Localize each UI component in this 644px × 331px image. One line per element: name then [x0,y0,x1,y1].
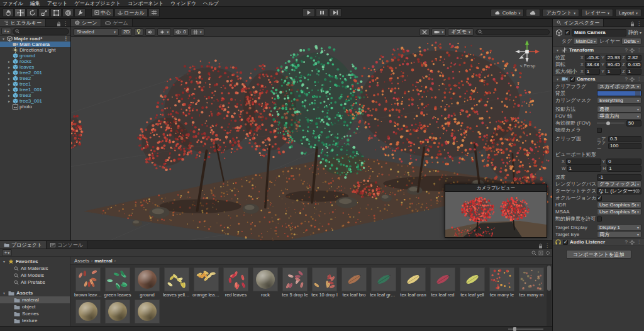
camera-component-header[interactable]: ▾ Camera ?⋮ [553,75,644,83]
asset-item-tex-leaf-yell[interactable]: tex leaf yell [458,267,486,298]
rotation-x-field[interactable]: 38.486 [585,62,600,68]
folder-item-scenes[interactable]: Scenes [0,310,70,317]
add-component-button[interactable]: コンポーネントを追加 [566,250,631,259]
rotate-tool-button[interactable] [26,8,38,17]
menu-item[interactable]: アセット [47,0,68,7]
projection-dropdown[interactable]: 透視▾ [597,106,641,113]
target-eye-dropdown[interactable]: 両方▾ [597,231,641,238]
menu-item[interactable]: 編集 [30,0,40,7]
folder-item-texture[interactable]: texture [0,317,70,324]
breadcrumb-assets[interactable]: Assets [74,258,89,264]
tag-dropdown[interactable]: MainCamer▾ [573,38,598,45]
clear-flags-dropdown[interactable]: スカイボックス▾ [597,83,641,90]
position-x-field[interactable]: -45.82 [585,55,600,61]
hand-tool-button[interactable] [3,8,14,17]
folder-item-object[interactable]: object [0,303,70,310]
collab-button[interactable]: Collab▾ [491,9,525,17]
scene-lighting-toggle[interactable] [134,28,143,36]
hierarchy-item-leaves[interactable]: ▸leaves [0,64,70,70]
foldout-icon[interactable]: ▸ [7,70,11,75]
msaa-dropdown[interactable]: Use Graphics Settir▾ [597,208,641,215]
layer-dropdown[interactable]: Default▾ [621,38,641,45]
scene-camera-dropdown[interactable]: ▾ [431,28,446,36]
asset-item-rock[interactable]: rock [252,267,279,298]
foldout-icon[interactable]: ▸ [7,65,11,69]
transform-tool-button[interactable] [62,8,74,17]
pivot-center-button[interactable]: 中心 [91,8,114,17]
hierarchy-item-tree1[interactable]: ▸tree1 [0,81,70,87]
move-tool-button[interactable] [14,8,26,17]
custom-tool-button[interactable] [74,8,86,17]
folder-item-materal[interactable]: materal [0,296,70,303]
breadcrumb-folder[interactable]: materal [94,258,112,264]
position-y-field[interactable]: 25.93 [606,55,621,61]
near-clip-field[interactable]: 0.3 [608,136,641,142]
scene-search-input[interactable] [475,29,550,35]
tab-console[interactable]: コンソール [47,241,87,249]
object-picker-icon[interactable] [635,189,640,193]
2d-toggle[interactable]: 2D [121,28,132,36]
search-by-type-icon[interactable] [538,250,543,255]
rotation-z-field[interactable]: 6.435 [626,62,641,68]
scene-viewport[interactable]: < Persp カメラプレビュー [71,37,552,240]
asset-item-green-leaves[interactable]: green leaves [104,267,131,298]
target-display-dropdown[interactable]: Display 1▾ [597,224,641,231]
foldout-icon[interactable]: ▸ [7,76,11,81]
grid-snap-button[interactable] [148,8,160,17]
grid-dropdown[interactable]: ▾ [191,28,204,36]
preset-icon[interactable] [630,240,635,245]
favorite-item[interactable]: All Prefabs [0,279,70,286]
asset-item-red-leaves[interactable]: red leaves [222,267,250,298]
hierarchy-item-tree2-001[interactable]: ▸tree2_001 [0,70,70,76]
cloud-button[interactable] [526,9,540,17]
hierarchy-search-input[interactable] [13,28,69,35]
hierarchy-item-maple-road-[interactable]: ▾Maple road*⋮ [0,36,70,42]
effects-dropdown[interactable]: ▾ [157,28,171,36]
hdr-dropdown[interactable]: Use Graphics Settir▾ [597,201,641,208]
far-clip-field[interactable]: 100 [608,143,641,149]
asset-item-tex-leaf-bro[interactable]: tex leaf bro [340,267,368,298]
gameobject-name-field[interactable]: Main Camera [572,29,626,36]
asset-item[interactable] [104,300,131,323]
asset-item[interactable] [74,300,102,323]
layers-dropdown[interactable]: レイヤー▾ [581,9,613,17]
pivot-local-button[interactable]: ローカル [114,8,148,17]
perspective-label[interactable]: < Persp [509,64,546,68]
create-button[interactable]: +▾ [1,28,11,35]
foldout-icon[interactable]: ▾ [555,48,560,52]
rendering-path-dropdown[interactable]: グラフィックス設定を使用▾ [597,181,641,188]
search-by-label-icon[interactable] [545,250,550,255]
menu-item[interactable]: ウィンドウ [170,0,196,7]
hierarchy-item-photo[interactable]: photo [0,104,70,109]
rect-tool-button[interactable] [50,8,62,17]
lock-icon[interactable] [630,21,635,26]
shading-mode-dropdown[interactable]: Shaded▾ [74,28,119,36]
play-button[interactable] [303,8,315,17]
menu-item[interactable]: ファイル [3,0,23,7]
lock-icon[interactable] [57,21,61,26]
foldout-icon[interactable]: ▾ [555,77,560,81]
viewport-h-field[interactable]: 1 [607,166,641,172]
help-icon[interactable]: ? [625,47,628,53]
audio-listener-checkbox[interactable] [563,240,568,245]
hierarchy-item-directional-light[interactable]: Directional Light [0,47,70,53]
active-checkbox[interactable] [565,30,570,35]
fov-field[interactable]: 50 [626,120,641,126]
tab-inspector[interactable]: インスペクター [553,19,604,26]
menu-item[interactable]: ヘルプ [203,0,219,7]
foldout-icon[interactable]: ▸ [7,82,11,86]
hierarchy-item-tree3[interactable]: ▸tree3 [0,93,70,98]
dynamic-resolution-checkbox[interactable] [597,216,602,222]
asset-item-ground[interactable]: ground [133,267,161,298]
asset-item-tex-many-m[interactable]: tex many m [518,267,545,298]
foldout-icon[interactable]: ▸ [7,87,11,92]
fov-slider[interactable] [597,120,625,126]
asset-item-tex-leaf-oran[interactable]: tex leaf oran [399,267,427,298]
asset-item-leaves-yellow[interactable]: leaves yellow [163,267,191,298]
asset-item-brown-leaves[interactable]: brown leaves [74,267,102,298]
panel-menu-icon[interactable]: ⋮ [63,21,68,26]
preset-icon[interactable] [630,48,635,53]
thumbnail-size-slider[interactable] [508,328,543,330]
depth-field[interactable]: -1 [597,174,641,181]
menu-item[interactable]: コンポーネント [128,0,164,7]
